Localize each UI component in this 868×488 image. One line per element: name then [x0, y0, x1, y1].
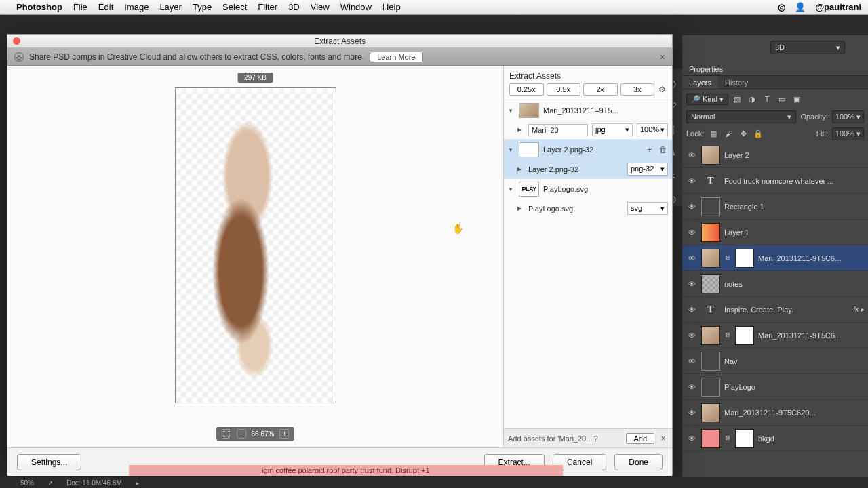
layer-thumb[interactable]: T: [701, 300, 720, 319]
format-select[interactable]: jpg▾: [592, 123, 633, 136]
layer-mask-thumb[interactable]: [735, 249, 754, 268]
user-avatar[interactable]: 👤: [795, 2, 806, 12]
layer-thumb[interactable]: [701, 352, 720, 371]
menu-view[interactable]: View: [311, 2, 330, 12]
layer-name[interactable]: Layer 2: [724, 151, 864, 159]
lock-position-icon[interactable]: ✥: [738, 128, 749, 139]
layer-name[interactable]: notes: [724, 280, 864, 288]
layer-row[interactable]: 👁⛓bkgd: [682, 426, 868, 451]
layer-row[interactable]: 👁PlayLogo: [682, 374, 868, 400]
layer-thumb[interactable]: [701, 403, 720, 422]
layer-name[interactable]: PlayLogo: [724, 383, 864, 391]
zoom-in-icon[interactable]: +: [279, 429, 289, 439]
scale-0_25x[interactable]: 0.25x: [509, 83, 544, 96]
link-icon[interactable]: ⛓: [724, 255, 731, 261]
layer-row[interactable]: 👁TFood truck normcore whatever ...: [682, 168, 868, 194]
layer-thumb[interactable]: [701, 274, 720, 293]
add-close-icon[interactable]: ×: [658, 434, 668, 443]
visibility-icon[interactable]: 👁: [686, 434, 697, 443]
layer-row[interactable]: 👁Nav: [682, 348, 868, 374]
zoom-out-icon[interactable]: −: [237, 429, 246, 439]
layer-row[interactable]: 👁Layer 1: [682, 220, 868, 245]
workspace-select[interactable]: 3D▾: [770, 41, 845, 54]
opacity-value[interactable]: 100% ▾: [832, 110, 864, 123]
visibility-icon[interactable]: 👁: [686, 306, 697, 314]
tab-history[interactable]: History: [718, 76, 755, 89]
zoom-fit-icon[interactable]: ⛶: [222, 429, 231, 439]
layer-thumb[interactable]: [701, 429, 720, 448]
menu-3d[interactable]: 3D: [288, 2, 300, 12]
disclosure-icon[interactable]: ▼: [508, 108, 515, 114]
gear-icon[interactable]: ⚙: [657, 85, 667, 94]
status-zoom[interactable]: 50%: [20, 479, 34, 487]
menu-edit[interactable]: Edit: [98, 2, 113, 12]
fx-badge[interactable]: fx ▸: [853, 306, 864, 313]
visibility-icon[interactable]: 👁: [686, 383, 697, 391]
layer-name[interactable]: Nav: [724, 357, 864, 365]
properties-tab[interactable]: Properties: [682, 62, 868, 76]
scale-2x[interactable]: 2x: [583, 83, 618, 96]
format-select[interactable]: svg▾: [627, 202, 668, 215]
filter-type-icon[interactable]: T: [761, 94, 773, 104]
visibility-icon[interactable]: 👁: [686, 151, 697, 159]
visibility-icon[interactable]: 👁: [686, 177, 697, 185]
lock-paint-icon[interactable]: 🖌: [723, 128, 734, 139]
add-button[interactable]: Add: [626, 433, 654, 444]
layer-row[interactable]: 👁TInspire. Create. Play.fx ▸: [682, 297, 868, 323]
layer-thumb[interactable]: [701, 146, 720, 165]
share-icon[interactable]: ↗: [47, 479, 53, 487]
asset-group-head[interactable]: ▼Mari_20131211–9T5...: [504, 100, 672, 121]
disclosure-icon[interactable]: ▼: [508, 186, 515, 192]
format-select[interactable]: png-32▾: [627, 163, 668, 176]
tab-layers[interactable]: Layers: [682, 76, 718, 89]
layer-name[interactable]: Inspire. Create. Play.: [724, 306, 849, 314]
visibility-icon[interactable]: 👁: [686, 357, 697, 365]
quality-select[interactable]: 100%▾: [637, 123, 668, 136]
disclosure-icon[interactable]: ▶: [517, 127, 524, 133]
visibility-icon[interactable]: 👁: [686, 254, 697, 262]
user-handle[interactable]: @paultrani: [815, 2, 861, 12]
add-variant-icon[interactable]: +: [645, 145, 654, 155]
layer-row[interactable]: 👁Mari_20131211-9T5C620...: [682, 400, 868, 426]
scale-3x[interactable]: 3x: [620, 83, 655, 96]
banner-close-icon[interactable]: ×: [660, 52, 665, 62]
filter-pixel-icon[interactable]: ▧: [731, 94, 743, 104]
asset-group-head[interactable]: ▼Layer 2.png-32+🗑: [504, 140, 672, 160]
layer-thumb[interactable]: [701, 223, 720, 242]
layer-name[interactable]: Layer 1: [724, 228, 864, 237]
menu-file[interactable]: File: [73, 2, 87, 12]
layer-name[interactable]: Mari_20131211-9T5C620...: [724, 409, 864, 417]
lock-all-icon[interactable]: 🔒: [753, 128, 764, 139]
layer-row[interactable]: 👁Layer 2: [682, 142, 868, 168]
disclosure-icon[interactable]: ▶: [517, 166, 524, 172]
asset-group-head[interactable]: ▼PLAYPlayLogo.svg: [504, 179, 672, 199]
layer-mask-thumb[interactable]: [735, 326, 754, 345]
layer-name[interactable]: bkgd: [758, 434, 864, 443]
menu-help[interactable]: Help: [382, 2, 401, 12]
visibility-icon[interactable]: 👁: [686, 228, 697, 237]
asset-filename-input[interactable]: Mari_20: [528, 124, 588, 136]
layer-thumb[interactable]: [701, 249, 720, 268]
disclosure-icon[interactable]: ▼: [508, 147, 515, 153]
filter-kind-select[interactable]: 🔎 Kind ▾: [686, 94, 728, 105]
menu-image[interactable]: Image: [124, 2, 149, 12]
filter-adjust-icon[interactable]: ◑: [746, 94, 758, 104]
menu-type[interactable]: Type: [193, 2, 212, 12]
layer-name[interactable]: Mari_20131211-9T5C6...: [758, 331, 864, 340]
menu-layer[interactable]: Layer: [159, 2, 182, 12]
settings-button[interactable]: Settings...: [17, 454, 81, 470]
disclosure-icon[interactable]: ▶: [517, 205, 524, 211]
blend-mode-select[interactable]: Normal▾: [686, 110, 796, 123]
visibility-icon[interactable]: 👁: [686, 331, 697, 340]
layer-thumb[interactable]: [701, 378, 720, 396]
visibility-icon[interactable]: 👁: [686, 280, 697, 288]
menu-window[interactable]: Window: [340, 2, 372, 12]
layer-row[interactable]: 👁notes: [682, 271, 868, 297]
link-icon[interactable]: ⛓: [724, 332, 731, 338]
cc-icon[interactable]: ◎: [778, 2, 785, 12]
layer-name[interactable]: Food truck normcore whatever ...: [724, 177, 864, 185]
status-arrow-icon[interactable]: ▸: [136, 479, 139, 487]
layer-thumb[interactable]: [701, 197, 720, 216]
layer-mask-thumb[interactable]: [735, 429, 754, 448]
app-name[interactable]: Photoshop: [16, 2, 62, 12]
